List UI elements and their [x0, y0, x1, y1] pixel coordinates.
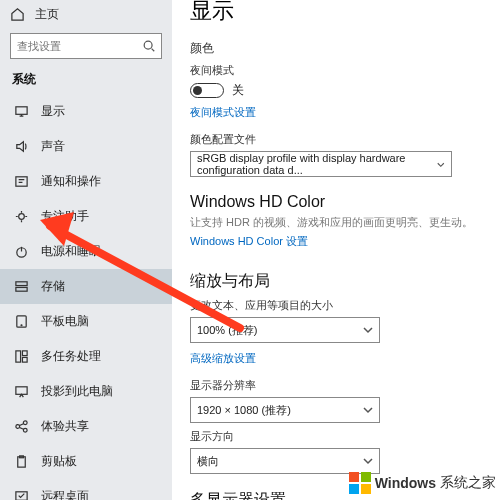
sidebar-item-label: 声音: [41, 138, 65, 155]
sidebar-home-row[interactable]: 主页: [0, 0, 172, 29]
sidebar-item-clipboard[interactable]: 剪贴板: [0, 444, 172, 479]
notification-icon: [14, 174, 29, 189]
section-label: 系统: [0, 67, 172, 94]
scale-label: 更改文本、应用等项目的大小: [190, 298, 482, 313]
watermark-brand: Windows: [375, 475, 436, 491]
search-wrap: [0, 29, 172, 67]
watermark: Windows 系统之家: [349, 472, 496, 494]
search-input[interactable]: [10, 33, 162, 59]
orientation-dropdown[interactable]: 横向: [190, 448, 380, 474]
toggle-state: 关: [232, 82, 244, 99]
orientation-value: 横向: [197, 454, 219, 469]
sound-icon: [14, 139, 29, 154]
hd-color-desc: 让支持 HDR 的视频、游戏和应用的画面更明亮、更生动。: [190, 215, 482, 230]
clipboard-icon: [14, 454, 29, 469]
home-label: 主页: [35, 6, 59, 23]
windows-logo-icon: [349, 472, 371, 494]
remote-icon: [14, 489, 29, 500]
hd-color-link[interactable]: Windows HD Color 设置: [190, 234, 308, 249]
search-icon: [142, 39, 156, 53]
chevron-down-icon: [437, 159, 445, 169]
sidebar-item-remote[interactable]: 远程桌面: [0, 479, 172, 500]
sidebar-item-label: 远程桌面: [41, 488, 89, 500]
storage-icon: [14, 279, 29, 294]
svg-rect-11: [22, 357, 27, 362]
orientation-label: 显示方向: [190, 429, 482, 444]
main-panel: 显示 颜色 夜间模式 关 夜间模式设置 颜色配置文件 sRGB display …: [172, 0, 500, 500]
sidebar-item-label: 专注助手: [41, 208, 89, 225]
hd-color-heading: Windows HD Color: [190, 193, 482, 211]
chevron-down-icon: [363, 325, 373, 335]
svg-rect-12: [16, 387, 27, 395]
resolution-value: 1920 × 1080 (推荐): [197, 403, 291, 418]
sidebar: 主页 系统 显示声音通知和操作专注助手电源和睡眠存储平板电脑多任务处理投影到此电…: [0, 0, 172, 500]
page-title: 显示: [190, 0, 482, 26]
sidebar-item-label: 多任务处理: [41, 348, 101, 365]
sidebar-item-share[interactable]: 体验共享: [0, 409, 172, 444]
sidebar-item-power[interactable]: 电源和睡眠: [0, 234, 172, 269]
color-profile-dropdown[interactable]: sRGB display profile with display hardwa…: [190, 151, 452, 177]
scale-dropdown[interactable]: 100% (推荐): [190, 317, 380, 343]
svg-rect-6: [16, 287, 27, 291]
sidebar-item-label: 电源和睡眠: [41, 243, 101, 260]
sidebar-item-display[interactable]: 显示: [0, 94, 172, 129]
scale-value: 100% (推荐): [197, 323, 258, 338]
svg-point-13: [16, 425, 20, 429]
color-profile-value: sRGB display profile with display hardwa…: [197, 152, 437, 176]
home-icon: [10, 7, 25, 22]
advanced-scale-link[interactable]: 高级缩放设置: [190, 351, 256, 366]
chevron-down-icon: [363, 405, 373, 415]
sidebar-item-focus[interactable]: 专注助手: [0, 199, 172, 234]
share-icon: [14, 419, 29, 434]
sidebar-item-tablet[interactable]: 平板电脑: [0, 304, 172, 339]
svg-point-0: [144, 41, 152, 49]
chevron-down-icon: [363, 456, 373, 466]
sidebar-item-multitask[interactable]: 多任务处理: [0, 339, 172, 374]
svg-rect-1: [16, 107, 27, 115]
toggle-switch: [190, 83, 224, 98]
tablet-icon: [14, 314, 29, 329]
focus-icon: [14, 209, 29, 224]
svg-rect-2: [16, 177, 27, 186]
night-mode-toggle[interactable]: 关: [190, 82, 482, 99]
svg-rect-16: [18, 457, 26, 467]
sidebar-item-label: 剪贴板: [41, 453, 77, 470]
svg-point-8: [21, 325, 22, 326]
svg-point-3: [19, 214, 25, 220]
sidebar-item-label: 平板电脑: [41, 313, 89, 330]
sidebar-item-storage[interactable]: 存储: [0, 269, 172, 304]
svg-point-15: [23, 428, 27, 432]
sidebar-item-label: 体验共享: [41, 418, 89, 435]
sidebar-item-label: 显示: [41, 103, 65, 120]
sidebar-item-label: 存储: [41, 278, 65, 295]
display-icon: [14, 104, 29, 119]
project-icon: [14, 384, 29, 399]
night-mode-settings-link[interactable]: 夜间模式设置: [190, 105, 256, 120]
multitask-icon: [14, 349, 29, 364]
sidebar-item-label: 通知和操作: [41, 173, 101, 190]
sidebar-item-sound[interactable]: 声音: [0, 129, 172, 164]
scale-heading: 缩放与布局: [190, 271, 482, 292]
power-icon: [14, 244, 29, 259]
svg-rect-9: [16, 351, 21, 362]
resolution-label: 显示器分辨率: [190, 378, 482, 393]
night-mode-label: 夜间模式: [190, 63, 482, 78]
sidebar-item-label: 投影到此电脑: [41, 383, 113, 400]
watermark-suffix: 系统之家: [440, 474, 496, 492]
svg-rect-5: [16, 282, 27, 286]
nav-list: 显示声音通知和操作专注助手电源和睡眠存储平板电脑多任务处理投影到此电脑体验共享剪…: [0, 94, 172, 500]
svg-rect-10: [22, 351, 27, 356]
sidebar-item-notification[interactable]: 通知和操作: [0, 164, 172, 199]
sidebar-item-project[interactable]: 投影到此电脑: [0, 374, 172, 409]
resolution-dropdown[interactable]: 1920 × 1080 (推荐): [190, 397, 380, 423]
color-heading: 颜色: [190, 40, 482, 57]
color-profile-label: 颜色配置文件: [190, 132, 482, 147]
svg-point-14: [23, 421, 27, 425]
